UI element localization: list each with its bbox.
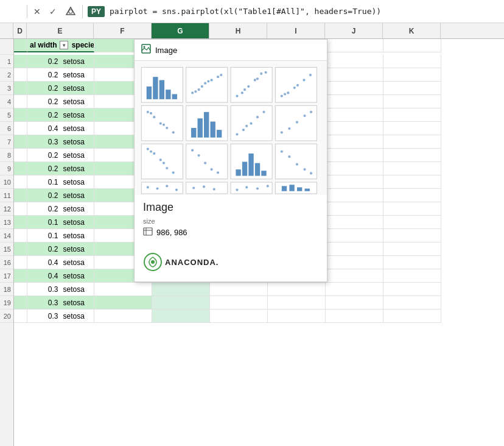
cell-K[interactable] xyxy=(383,149,441,162)
cell-J[interactable] xyxy=(326,242,383,256)
col-header-G[interactable]: G xyxy=(152,23,209,38)
cell-D[interactable] xyxy=(14,269,27,283)
cell-F[interactable] xyxy=(94,283,152,296)
cell-header-J[interactable] xyxy=(326,39,383,52)
cell-D[interactable] xyxy=(14,162,27,175)
cell-D[interactable] xyxy=(14,122,27,135)
cell-J[interactable] xyxy=(326,82,383,95)
cell-H[interactable] xyxy=(210,283,268,296)
cell-header-D[interactable] xyxy=(14,39,27,52)
cell-D[interactable] xyxy=(14,242,27,256)
filter-arrow-E[interactable]: ▾ xyxy=(60,41,68,49)
cell-E[interactable]: 0.3setosa xyxy=(27,296,94,310)
cell-D[interactable] xyxy=(14,149,27,162)
cell-E[interactable]: 0.2setosa xyxy=(27,242,94,256)
cell-K[interactable] xyxy=(383,189,441,202)
cell-D[interactable] xyxy=(14,95,27,108)
cell-K[interactable] xyxy=(383,175,441,189)
cell-K[interactable] xyxy=(383,108,441,122)
col-header-I[interactable]: I xyxy=(267,23,325,38)
cell-D[interactable] xyxy=(14,216,27,229)
cell-J[interactable] xyxy=(326,216,383,229)
cell-J[interactable] xyxy=(326,229,383,242)
cell-J[interactable] xyxy=(326,189,383,202)
cell-J[interactable] xyxy=(326,269,383,283)
cell-E[interactable]: 0.2setosa xyxy=(27,68,94,82)
cell-E[interactable]: 0.2setosa xyxy=(27,95,94,108)
cell-K[interactable] xyxy=(383,122,441,135)
cell-F[interactable] xyxy=(94,296,152,310)
cell-J[interactable] xyxy=(326,310,383,323)
cell-K[interactable] xyxy=(383,296,441,310)
cell-E[interactable]: 0.2setosa xyxy=(27,149,94,162)
cell-K[interactable] xyxy=(383,242,441,256)
cell-E[interactable]: 0.2setosa xyxy=(27,162,94,175)
cell-G[interactable] xyxy=(152,283,210,296)
cell-K[interactable] xyxy=(383,202,441,216)
formula-input[interactable]: pairplot = sns.pairplot(xl("Table1[#All]… xyxy=(107,7,500,16)
cell-E[interactable]: 0.2setosa xyxy=(27,82,94,95)
cell-E[interactable]: 0.3setosa xyxy=(27,310,94,323)
cell-E[interactable]: 0.4setosa xyxy=(27,122,94,135)
cell-J[interactable] xyxy=(326,135,383,149)
cell-G[interactable] xyxy=(152,310,210,323)
cell-header-K[interactable] xyxy=(383,39,441,52)
cancel-icon[interactable]: ✕ xyxy=(31,5,43,18)
col-header-E[interactable]: E xyxy=(27,23,94,38)
cell-F[interactable] xyxy=(94,310,152,323)
cell-D[interactable] xyxy=(14,82,27,95)
cell-K[interactable] xyxy=(383,229,441,242)
cell-H[interactable] xyxy=(210,296,268,310)
cell-E[interactable]: 0.4setosa xyxy=(27,269,94,283)
cell-K[interactable] xyxy=(383,68,441,82)
cell-E[interactable]: 0.2setosa xyxy=(27,202,94,216)
cell-D[interactable] xyxy=(14,108,27,122)
cell-E[interactable]: 0.1setosa xyxy=(27,229,94,242)
cell-K[interactable] xyxy=(383,95,441,108)
cell-K[interactable] xyxy=(383,55,441,68)
cell-K[interactable] xyxy=(383,256,441,269)
cell-E[interactable]: 0.2setosa xyxy=(27,189,94,202)
col-header-D[interactable]: D xyxy=(13,23,27,38)
cell-J[interactable] xyxy=(326,296,383,310)
cell-I[interactable] xyxy=(268,310,326,323)
cell-D[interactable] xyxy=(14,175,27,189)
cell-J[interactable] xyxy=(326,162,383,175)
cell-J[interactable] xyxy=(326,122,383,135)
cell-K[interactable] xyxy=(383,82,441,95)
cell-D[interactable] xyxy=(14,296,27,310)
cell-I[interactable] xyxy=(268,283,326,296)
cell-D[interactable] xyxy=(14,189,27,202)
cell-D[interactable] xyxy=(14,202,27,216)
cell-D[interactable] xyxy=(14,68,27,82)
cell-E[interactable]: 0.3setosa xyxy=(27,135,94,149)
cell-I[interactable] xyxy=(268,296,326,310)
cell-J[interactable] xyxy=(326,256,383,269)
col-header-H[interactable]: H xyxy=(209,23,267,38)
shape-icon[interactable] xyxy=(63,5,79,18)
col-header-K[interactable]: K xyxy=(383,23,441,38)
cell-K[interactable] xyxy=(383,135,441,149)
cell-G[interactable] xyxy=(152,296,210,310)
cell-J[interactable] xyxy=(326,95,383,108)
cell-J[interactable] xyxy=(326,149,383,162)
cell-J[interactable] xyxy=(326,108,383,122)
cell-D[interactable] xyxy=(14,256,27,269)
col-header-F[interactable]: F xyxy=(94,23,152,38)
cell-H[interactable] xyxy=(210,310,268,323)
cell-D[interactable] xyxy=(14,283,27,296)
cell-K[interactable] xyxy=(383,162,441,175)
cell-K[interactable] xyxy=(383,283,441,296)
col-header-J[interactable]: J xyxy=(325,23,383,38)
cell-J[interactable] xyxy=(326,202,383,216)
cell-K[interactable] xyxy=(383,310,441,323)
cell-D[interactable] xyxy=(14,55,27,68)
cell-D[interactable] xyxy=(14,135,27,149)
cell-J[interactable] xyxy=(326,55,383,68)
cell-D[interactable] xyxy=(14,229,27,242)
cell-E[interactable]: 0.2setosa xyxy=(27,108,94,122)
cell-E[interactable]: 0.4setosa xyxy=(27,256,94,269)
cell-J[interactable] xyxy=(326,283,383,296)
cell-E[interactable]: 0.2setosa xyxy=(27,55,94,68)
cell-E[interactable]: 0.3setosa xyxy=(27,283,94,296)
